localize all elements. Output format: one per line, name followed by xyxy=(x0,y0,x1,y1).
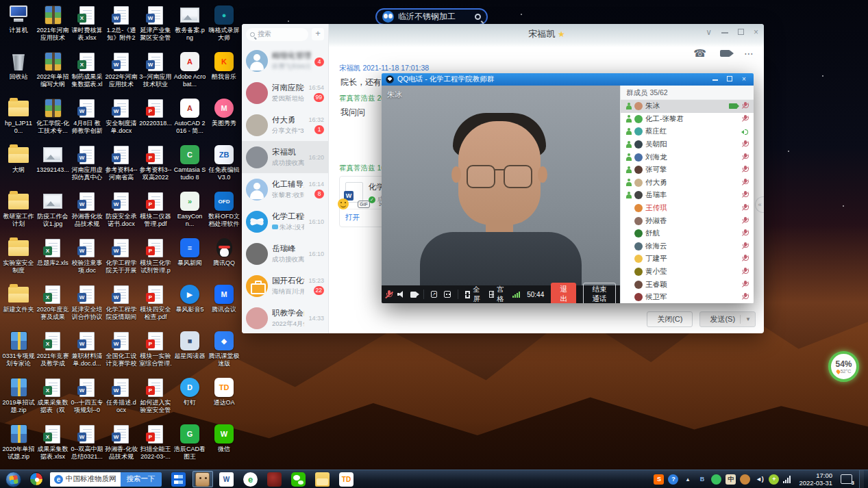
member-row[interactable]: 付大勇 xyxy=(621,177,754,190)
window-roll-icon[interactable]: ∨ xyxy=(706,27,712,37)
desktop-icon[interactable]: 防疫工作会议1.jpg xyxy=(36,188,70,234)
desktop-icon[interactable]: 13292143... xyxy=(36,141,70,188)
desktop-icon[interactable]: X2020年度竞赛及成果统... xyxy=(36,281,70,327)
desktop-icon[interactable]: 腾讯QQ xyxy=(207,234,241,281)
desktop-icon[interactable]: W安全制度清单.docx xyxy=(104,94,138,141)
help-icon[interactable]: ? xyxy=(668,474,678,485)
close-chat-button[interactable]: 关闭(C) xyxy=(647,311,693,327)
desktop-icon[interactable]: 2020年单招试题.zip xyxy=(1,420,36,467)
desktop-icon[interactable]: AAutoCAD 2016 - 简... xyxy=(173,94,207,141)
360-safe-icon[interactable] xyxy=(29,472,43,486)
desktop-icon[interactable]: 教研室工作计划 xyxy=(1,188,36,234)
ime-icon[interactable]: 中 xyxy=(726,474,736,485)
member-row[interactable]: 舒航 xyxy=(621,227,754,240)
grid-view-button[interactable]: 宫格 xyxy=(489,285,506,303)
sogou-input-icon[interactable]: S xyxy=(654,474,664,485)
performance-ball[interactable]: 54% 52°C xyxy=(828,351,859,382)
desktop-icon[interactable]: P模块一实验室综合管理.pdf xyxy=(138,327,173,374)
member-row[interactable]: 孙淑香 xyxy=(621,214,754,227)
show-desktop-button[interactable] xyxy=(859,470,864,488)
desktop-icon[interactable]: W微信 xyxy=(207,420,241,467)
desktop-icon[interactable]: X成果采集数据表（双高）... xyxy=(36,374,70,420)
taskbar-search-bar[interactable]: e 中国标准物质网 搜索一下 xyxy=(50,472,162,487)
call-titlebar[interactable]: QQ电话 - 化学工程学院教师群 × xyxy=(382,73,754,86)
desktop-icon[interactable]: 0331专项规划专家论证... xyxy=(1,327,36,374)
member-row[interactable]: 朱冰 xyxy=(621,100,754,113)
member-row[interactable]: 丁建平 xyxy=(621,253,754,266)
screen-share-icon[interactable]: ↗ xyxy=(431,291,438,298)
desktop-icon[interactable]: W延津安全培训合作协议书... xyxy=(70,281,104,327)
conversation-item[interactable]: 河南应院化…爱因斯坦给我…16:5499 xyxy=(242,77,328,109)
conversation-item[interactable]: 精细化管理班班费飞到99元的4 xyxy=(242,44,328,77)
desktop-icon[interactable]: P扫描全能王 2022-03-... xyxy=(138,420,173,467)
desktop-icon[interactable]: »EasyConn... xyxy=(173,188,207,234)
desktop-icon[interactable]: P如何进入实验室安全管理... xyxy=(138,374,173,420)
desktop-icon[interactable]: P参考资料3--双高20220... xyxy=(138,141,173,188)
end-call-button[interactable]: 结束通话 xyxy=(583,283,616,303)
conversation-item[interactable]: 化学工程学…朱冰:没有进入qq…16:10 xyxy=(242,205,328,237)
send-button[interactable]: 发送(S) ▼ xyxy=(699,311,756,327)
call-minimize-button[interactable] xyxy=(710,74,721,85)
desktop-icon[interactable]: ■超星阅读器 xyxy=(173,327,207,374)
desktop-icon[interactable]: D钉钉 xyxy=(173,374,207,420)
desktop-icon[interactable]: X2021年竞赛及教学成果... xyxy=(36,327,70,374)
taskbar-browser-360-app[interactable]: e xyxy=(240,471,261,487)
desktop-icon[interactable]: W孙湘香化妆品技术规范... xyxy=(70,188,104,234)
taskbar-wechat-app[interactable] xyxy=(288,471,309,487)
desktop-icon[interactable]: OFD数科OFD文档处理软件 xyxy=(207,188,241,234)
desktop-icon[interactable]: P模块四安全检查.pdf xyxy=(138,281,173,327)
desktop-icon[interactable]: W参考资料4--河南省高水... xyxy=(104,141,138,188)
desktop-icon[interactable]: 化工学院-化工技术专... xyxy=(36,94,70,141)
member-row[interactable]: 张可擎 xyxy=(621,164,754,177)
network-signal-icon[interactable] xyxy=(783,476,791,483)
member-row[interactable]: 候卫军 xyxy=(621,291,754,303)
desktop-icon[interactable]: W化学工程学院疫情期间教... xyxy=(104,281,138,327)
volume-icon[interactable]: ◄) xyxy=(754,474,765,485)
taskbar-file-explorer-app[interactable] xyxy=(312,471,333,487)
desktop-icon[interactable]: W2022年河南应用技术职... xyxy=(104,48,138,94)
taskbar-clock[interactable]: 17:00 2022-03-31 xyxy=(799,472,832,487)
speaker-icon[interactable] xyxy=(397,290,404,298)
desktop-icon[interactable]: W1.2总-《通知》附件2-... xyxy=(104,1,138,48)
start-button[interactable] xyxy=(5,472,21,487)
call-maximize-button[interactable] xyxy=(724,74,735,85)
notification-icon[interactable]: 3 xyxy=(841,474,852,484)
desktop-icon[interactable]: 新建文件夹 xyxy=(1,281,36,327)
conversation-item[interactable]: 宋福凯成功接收离线文件 "116:20 xyxy=(242,141,328,173)
desktop-icon[interactable]: CCamtasia Studio 8 xyxy=(173,141,207,188)
taskbar-word-app[interactable]: W xyxy=(216,471,237,487)
desktop-icon[interactable]: 计算机 xyxy=(1,1,36,48)
desktop-icon[interactable]: W化学工程学院关于开展教... xyxy=(104,234,138,281)
call-close-button[interactable]: × xyxy=(739,74,749,85)
desktop-icon[interactable]: ●嗨格式录屏大师 xyxy=(207,1,241,48)
desktop-icon[interactable]: X成果采集数据表.xlsx xyxy=(36,420,70,467)
add-contact-button[interactable]: + xyxy=(312,28,324,40)
desktop-icon[interactable]: hp_LJP110... xyxy=(1,94,36,141)
conversation-item[interactable]: 化工辅导员…张黎君:收到16:148 xyxy=(242,173,328,205)
microphone-muted-icon[interactable] xyxy=(386,290,390,299)
member-row[interactable]: 吴朝阳 xyxy=(621,138,754,151)
desktop-icon[interactable]: X课时费核算表.xlsx xyxy=(70,1,104,48)
camera-icon[interactable] xyxy=(410,292,417,298)
360-pill-icon[interactable] xyxy=(711,474,721,485)
member-row[interactable]: 刘海龙 xyxy=(621,151,754,164)
member-row[interactable]: 蔡庄红 xyxy=(621,125,754,138)
member-row[interactable]: 岳瑞丰 xyxy=(621,189,754,202)
desktop-icon[interactable]: W兼职材料清单.doc.d... xyxy=(70,327,104,374)
member-row[interactable]: 王睿颖 xyxy=(621,278,754,291)
desktop-icon[interactable]: W0--十四五专项规划--03... xyxy=(70,374,104,420)
desktop-icon[interactable]: W孙湘香-化妆品技术规范... xyxy=(104,420,138,467)
fox-icon[interactable] xyxy=(740,474,750,485)
desktop-icon[interactable]: M美图秀秀 xyxy=(207,94,241,141)
taskbar-red-media-app[interactable] xyxy=(264,471,285,487)
more-options-icon[interactable]: ⋯ xyxy=(744,48,754,59)
desktop-icon[interactable]: W河南应用虚拟仿真中心建... xyxy=(70,141,104,188)
emoji-icon[interactable] xyxy=(338,198,349,209)
desktop-icon[interactable]: W4月8日 教师教学创新团... xyxy=(70,94,104,141)
member-row[interactable]: 徐海云 xyxy=(621,240,754,253)
taskbar-search-button[interactable]: 搜索一下 xyxy=(121,472,162,487)
taskbar-tongda-oa-app[interactable]: TD xyxy=(336,471,357,487)
desktop-icon[interactable]: X总题库2.xls xyxy=(36,234,70,281)
desktop-icon[interactable]: ◆腾讯课堂极速版 xyxy=(207,327,241,374)
conversation-item[interactable]: 岳瑞峰成功接收离线文件 "16:10 xyxy=(242,237,328,270)
